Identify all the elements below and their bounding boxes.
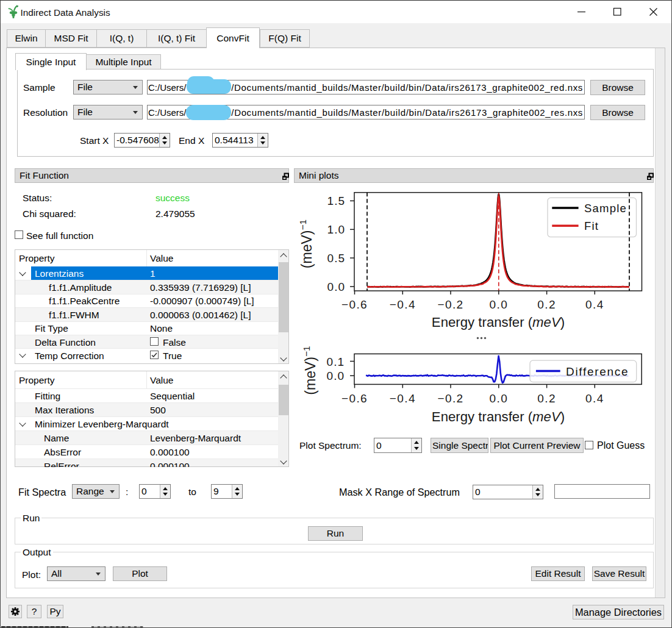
svg-text:1.0: 1.0: [327, 223, 345, 236]
svg-text:0.2: 0.2: [537, 298, 556, 311]
svg-text:−0.4: −0.4: [390, 392, 416, 405]
svg-text:(meV)−1: (meV)−1: [301, 346, 318, 394]
svg-text:0.0: 0.0: [489, 298, 508, 311]
svg-text:0.4: 0.4: [585, 298, 604, 311]
svg-text:0.0: 0.0: [327, 369, 345, 382]
svg-text:0.0: 0.0: [489, 392, 508, 405]
svg-text:−0.6: −0.6: [341, 298, 368, 311]
svg-text:Fit: Fit: [584, 219, 599, 232]
svg-text:Energy transfer (meV): Energy transfer (meV): [432, 315, 565, 330]
svg-text:(meV)−1: (meV)−1: [298, 219, 315, 268]
svg-text:Energy transfer (meV): Energy transfer (meV): [432, 409, 565, 424]
svg-text:Sample: Sample: [584, 202, 627, 215]
svg-text:−0.2: −0.2: [437, 392, 463, 405]
svg-text:−0.6: −0.6: [341, 392, 368, 405]
svg-text:−0.4: −0.4: [390, 298, 416, 311]
svg-text:0.1: 0.1: [327, 355, 345, 368]
svg-text:0.2: 0.2: [537, 392, 556, 405]
svg-text:0.5: 0.5: [327, 252, 345, 265]
svg-text:1.5: 1.5: [327, 194, 345, 207]
svg-text:Difference: Difference: [566, 365, 629, 378]
svg-text:0.0: 0.0: [327, 280, 345, 293]
svg-text:0.4: 0.4: [585, 392, 604, 405]
svg-text:−0.2: −0.2: [437, 298, 463, 311]
